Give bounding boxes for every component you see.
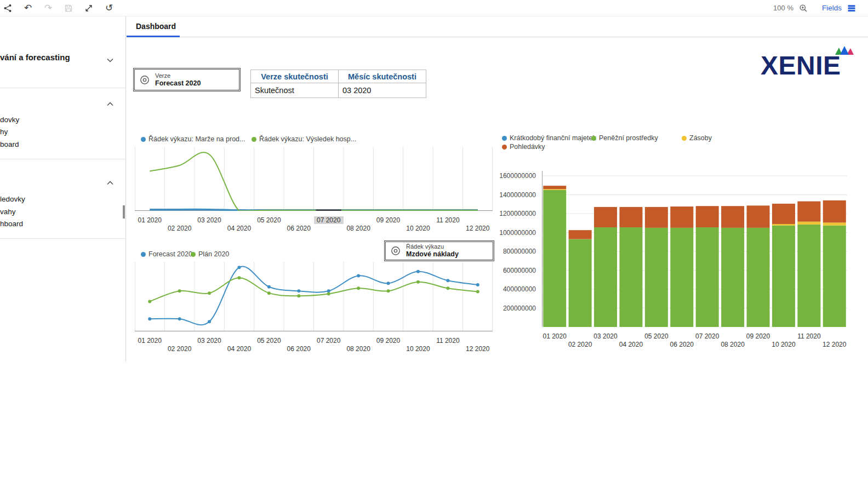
legend-item[interactable]: Krátkodobý finanční majetek: [502, 134, 596, 142]
sidebar-divider: [0, 88, 125, 88]
data-point[interactable]: [446, 286, 449, 290]
fields-button[interactable]: Fields: [822, 4, 842, 12]
bar-segment[interactable]: [797, 225, 820, 327]
chevron-up-icon[interactable]: [107, 99, 113, 108]
margin-line-chart[interactable]: Řádek výkazu: Marže na prod... Řádek výk…: [135, 134, 494, 239]
data-point[interactable]: [387, 289, 390, 292]
save-icon[interactable]: [64, 4, 73, 13]
data-point[interactable]: [148, 317, 151, 320]
data-point[interactable]: [148, 300, 151, 303]
x-axis-label: 11 2020: [433, 337, 462, 345]
data-point[interactable]: [237, 276, 241, 279]
bar-segment[interactable]: [772, 226, 795, 327]
bar-segment[interactable]: [594, 227, 617, 327]
legend-item[interactable]: Forecast 2020: [141, 250, 192, 258]
bar-segment[interactable]: [619, 207, 642, 227]
legend-item[interactable]: Zásoby: [682, 134, 712, 142]
filter-radek-vykazu[interactable]: Řádek výkazu Mzdové náklady: [384, 240, 494, 261]
forecast-plan-line-chart[interactable]: Forecast 2020 Plán 2020 01 202002 202003…: [135, 249, 494, 361]
plot-area[interactable]: [135, 262, 493, 331]
data-point[interactable]: [267, 291, 271, 295]
chevron-down-icon[interactable]: [107, 55, 113, 65]
actuals-table[interactable]: Verze skutečnosti Měsíc skutečnosti Skut…: [250, 70, 426, 98]
data-point[interactable]: [267, 285, 271, 289]
plot-svg[interactable]: [542, 167, 847, 327]
data-point[interactable]: [237, 266, 241, 269]
bar-segment[interactable]: [543, 190, 566, 327]
data-point[interactable]: [178, 289, 181, 292]
bar-segment[interactable]: [747, 228, 770, 327]
data-point[interactable]: [297, 294, 300, 297]
bar-segment[interactable]: [569, 230, 592, 239]
bar-segment[interactable]: [670, 206, 693, 228]
bar-segment[interactable]: [772, 204, 795, 224]
reset-icon[interactable]: ↺: [105, 4, 113, 13]
bar-segment[interactable]: [696, 206, 719, 227]
plot-area[interactable]: [542, 167, 847, 327]
data-point[interactable]: [357, 274, 360, 277]
plot-svg[interactable]: [135, 262, 493, 331]
legend-item[interactable]: Plán 2020: [191, 250, 229, 258]
x-axis-label: 06 2020: [284, 345, 313, 353]
bar-segment[interactable]: [721, 206, 744, 228]
share-icon[interactable]: [3, 4, 12, 13]
bar-segment[interactable]: [721, 228, 744, 327]
data-point[interactable]: [208, 291, 211, 295]
bar-segment[interactable]: [797, 202, 820, 222]
legend-item[interactable]: Řádek výkazu: Marže na prod...: [141, 135, 245, 143]
zoom-in-icon[interactable]: [799, 4, 808, 13]
filter-verze[interactable]: Verze Forecast 2020: [133, 68, 241, 91]
data-point[interactable]: [476, 283, 479, 286]
bar-segment[interactable]: [823, 200, 846, 223]
data-point[interactable]: [327, 292, 330, 295]
data-point[interactable]: [297, 289, 300, 292]
data-point[interactable]: [387, 282, 390, 285]
bar-segment[interactable]: [823, 226, 846, 327]
bar-segment[interactable]: [543, 186, 566, 189]
tab-dashboard[interactable]: Dashboard: [127, 16, 180, 37]
legend-item[interactable]: Pohledávky: [502, 143, 545, 151]
sidebar-item[interactable]: dovky: [0, 114, 110, 126]
data-point[interactable]: [476, 290, 479, 294]
bar-segment[interactable]: [772, 224, 795, 226]
x-axis-label: 07 2020: [314, 337, 344, 345]
sidebar-item[interactable]: hboard: [0, 218, 110, 230]
bar-segment[interactable]: [797, 222, 820, 225]
bar-segment[interactable]: [696, 227, 719, 327]
plot-area[interactable]: [135, 147, 493, 211]
filter-value: Forecast 2020: [155, 79, 201, 88]
bar-segment[interactable]: [747, 205, 770, 228]
bar-segment[interactable]: [645, 207, 668, 228]
plot-svg[interactable]: [135, 147, 493, 211]
expand-icon[interactable]: [84, 4, 93, 13]
filter-label: Řádek výkazu: [406, 243, 459, 250]
legend-item[interactable]: Řádek výkazu: Výsledek hosp...: [252, 135, 356, 143]
assets-stacked-bar-chart[interactable]: Krátkodobý finanční majetek Peněžní pros…: [502, 134, 848, 356]
chevron-up-icon[interactable]: [107, 177, 113, 187]
sidebar-item[interactable]: board: [0, 139, 110, 151]
data-point[interactable]: [416, 280, 420, 284]
bar-segment[interactable]: [543, 189, 566, 190]
redo-icon[interactable]: ↷: [44, 4, 53, 13]
bar-segment[interactable]: [823, 222, 846, 225]
data-point[interactable]: [178, 317, 181, 320]
data-point[interactable]: [208, 320, 211, 323]
data-point[interactable]: [357, 286, 360, 290]
undo-icon[interactable]: ↶: [24, 4, 32, 13]
bar-segment[interactable]: [594, 207, 617, 227]
bar-segment[interactable]: [569, 239, 592, 327]
data-point[interactable]: [446, 279, 449, 282]
x-axis: 01 202002 202003 202004 202005 202006 20…: [135, 211, 493, 236]
sidebar-item[interactable]: ledovky: [0, 193, 110, 205]
sidebar-scrollbar-thumb[interactable]: [123, 205, 125, 219]
toolbar-left-group: ↶ ↷ ↺: [0, 4, 113, 13]
sidebar-item[interactable]: hy: [0, 126, 110, 138]
data-point[interactable]: [416, 270, 420, 273]
bar-segment[interactable]: [619, 227, 642, 327]
x-axis-label: 03 2020: [591, 332, 620, 340]
bar-segment[interactable]: [670, 228, 693, 327]
sidebar-item[interactable]: vahy: [0, 206, 110, 218]
legend-item[interactable]: Peněžní prostředky: [591, 134, 658, 142]
bar-segment[interactable]: [645, 228, 668, 327]
fields-icon[interactable]: [847, 4, 856, 13]
